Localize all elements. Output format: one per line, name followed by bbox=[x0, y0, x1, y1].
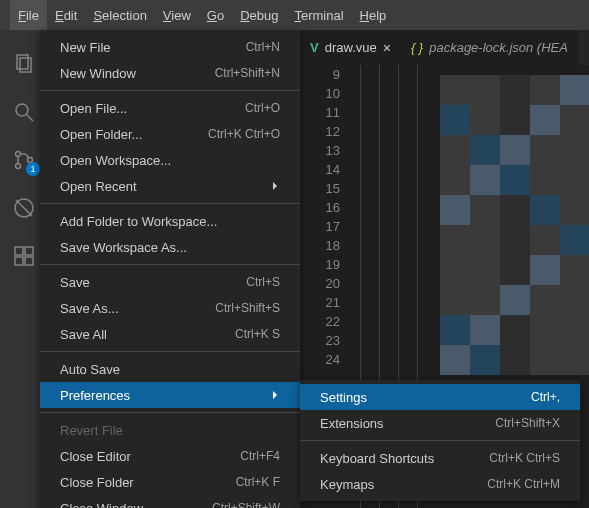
svg-point-2 bbox=[16, 104, 28, 116]
menu-selection[interactable]: Selection bbox=[85, 0, 154, 30]
close-icon[interactable]: × bbox=[383, 40, 391, 56]
menu-row-save-all[interactable]: Save AllCtrl+K S bbox=[40, 321, 300, 347]
menu-row-new-window[interactable]: New WindowCtrl+Shift+N bbox=[40, 60, 300, 86]
submenu-row-settings[interactable]: SettingsCtrl+, bbox=[300, 384, 580, 410]
line-number: 13 bbox=[300, 141, 340, 160]
svg-point-4 bbox=[16, 152, 21, 157]
line-number: 16 bbox=[300, 198, 340, 217]
submenu-row-keyboard-shortcuts[interactable]: Keyboard ShortcutsCtrl+K Ctrl+S bbox=[300, 445, 580, 471]
scm-badge: 1 bbox=[26, 162, 40, 176]
submenu-row-extensions[interactable]: ExtensionsCtrl+Shift+X bbox=[300, 410, 580, 436]
shortcut: Ctrl+O bbox=[245, 101, 280, 115]
shortcut: Ctrl+K Ctrl+O bbox=[208, 127, 280, 141]
obscured-content bbox=[440, 75, 589, 375]
svg-line-3 bbox=[27, 115, 33, 121]
shortcut: Ctrl+, bbox=[531, 390, 560, 404]
shortcut: Ctrl+K F bbox=[236, 475, 280, 489]
tab-package-lock[interactable]: { } package-lock.json (HEA bbox=[401, 30, 578, 65]
line-number: 12 bbox=[300, 122, 340, 141]
menu-row-close-folder[interactable]: Close FolderCtrl+K F bbox=[40, 469, 300, 495]
shortcut: Ctrl+S bbox=[246, 275, 280, 289]
svg-point-5 bbox=[16, 164, 21, 169]
menu-row-save[interactable]: SaveCtrl+S bbox=[40, 269, 300, 295]
menu-label: New File bbox=[60, 40, 111, 55]
line-gutter: 9101112131415161718192021222324 bbox=[300, 65, 360, 369]
line-number: 15 bbox=[300, 179, 340, 198]
menu-label: Preferences bbox=[60, 388, 130, 403]
menu-row-open-recent[interactable]: Open Recent bbox=[40, 173, 300, 199]
menu-label: Save As... bbox=[60, 301, 119, 316]
vue-icon: V bbox=[310, 40, 319, 55]
shortcut: Ctrl+Shift+X bbox=[495, 416, 560, 430]
menu-separator bbox=[40, 412, 300, 413]
tab-draw-vue[interactable]: V draw.vue × bbox=[300, 30, 401, 65]
menu-separator bbox=[40, 203, 300, 204]
line-number: 24 bbox=[300, 350, 340, 369]
svg-line-8 bbox=[16, 200, 32, 216]
line-number: 17 bbox=[300, 217, 340, 236]
menu-row-save-workspace-as[interactable]: Save Workspace As... bbox=[40, 234, 300, 260]
shortcut: Ctrl+Shift+S bbox=[215, 301, 280, 315]
menu-row-open-workspace[interactable]: Open Workspace... bbox=[40, 147, 300, 173]
line-number: 22 bbox=[300, 312, 340, 331]
menu-go[interactable]: Go bbox=[199, 0, 232, 30]
menu-file[interactable]: File bbox=[10, 0, 47, 30]
menu-row-open-folder[interactable]: Open Folder...Ctrl+K Ctrl+O bbox=[40, 121, 300, 147]
menu-row-auto-save[interactable]: Auto Save bbox=[40, 356, 300, 382]
chevron-right-icon bbox=[270, 179, 280, 194]
menu-label: New Window bbox=[60, 66, 136, 81]
svg-rect-1 bbox=[20, 58, 31, 72]
menu-debug[interactable]: Debug bbox=[232, 0, 286, 30]
svg-rect-0 bbox=[17, 55, 28, 69]
line-number: 9 bbox=[300, 65, 340, 84]
preferences-submenu: SettingsCtrl+,ExtensionsCtrl+Shift+XKeyb… bbox=[300, 380, 580, 501]
menu-help[interactable]: Help bbox=[352, 0, 395, 30]
menu-row-close-editor[interactable]: Close EditorCtrl+F4 bbox=[40, 443, 300, 469]
menu-row-save-as[interactable]: Save As...Ctrl+Shift+S bbox=[40, 295, 300, 321]
line-number: 19 bbox=[300, 255, 340, 274]
menu-label: Open Folder... bbox=[60, 127, 142, 142]
menu-label: Settings bbox=[320, 390, 367, 405]
menu-row-close-window[interactable]: Close WindowCtrl+Shift+W bbox=[40, 495, 300, 508]
menu-row-new-file[interactable]: New FileCtrl+N bbox=[40, 34, 300, 60]
json-icon: { } bbox=[411, 40, 423, 55]
shortcut: Ctrl+K Ctrl+S bbox=[489, 451, 560, 465]
menu-separator bbox=[300, 440, 580, 441]
shortcut: Ctrl+N bbox=[246, 40, 280, 54]
line-number: 20 bbox=[300, 274, 340, 293]
menu-terminal[interactable]: Terminal bbox=[286, 0, 351, 30]
menu-label: Close Window bbox=[60, 501, 143, 509]
tab-label: draw.vue bbox=[325, 40, 377, 55]
menu-row-open-file[interactable]: Open File...Ctrl+O bbox=[40, 95, 300, 121]
menu-separator bbox=[40, 351, 300, 352]
line-number: 21 bbox=[300, 293, 340, 312]
menu-label: Open Workspace... bbox=[60, 153, 171, 168]
menubar: File Edit Selection View Go Debug Termin… bbox=[0, 0, 589, 30]
menu-label: Auto Save bbox=[60, 362, 120, 377]
menu-view[interactable]: View bbox=[155, 0, 199, 30]
shortcut: Ctrl+Shift+N bbox=[215, 66, 280, 80]
line-number: 10 bbox=[300, 84, 340, 103]
menu-label: Keyboard Shortcuts bbox=[320, 451, 434, 466]
line-number: 18 bbox=[300, 236, 340, 255]
svg-rect-10 bbox=[15, 257, 23, 265]
chevron-right-icon bbox=[270, 388, 280, 403]
shortcut: Ctrl+F4 bbox=[240, 449, 280, 463]
menu-label: Open File... bbox=[60, 101, 127, 116]
shortcut: Ctrl+Shift+W bbox=[212, 501, 280, 508]
menu-label: Save bbox=[60, 275, 90, 290]
menu-edit[interactable]: Edit bbox=[47, 0, 85, 30]
menu-separator bbox=[40, 264, 300, 265]
line-number: 23 bbox=[300, 331, 340, 350]
submenu-row-keymaps[interactable]: KeymapsCtrl+K Ctrl+M bbox=[300, 471, 580, 497]
menu-label: Close Editor bbox=[60, 449, 131, 464]
menu-label: Extensions bbox=[320, 416, 384, 431]
shortcut: Ctrl+K S bbox=[235, 327, 280, 341]
menu-row-add-folder-to-workspace[interactable]: Add Folder to Workspace... bbox=[40, 208, 300, 234]
svg-rect-11 bbox=[25, 257, 33, 265]
menu-label: Save Workspace As... bbox=[60, 240, 187, 255]
menu-row-preferences[interactable]: Preferences bbox=[40, 382, 300, 408]
svg-rect-12 bbox=[25, 247, 33, 255]
editor-tabs: V draw.vue × { } package-lock.json (HEA bbox=[300, 30, 589, 65]
shortcut: Ctrl+K Ctrl+M bbox=[487, 477, 560, 491]
